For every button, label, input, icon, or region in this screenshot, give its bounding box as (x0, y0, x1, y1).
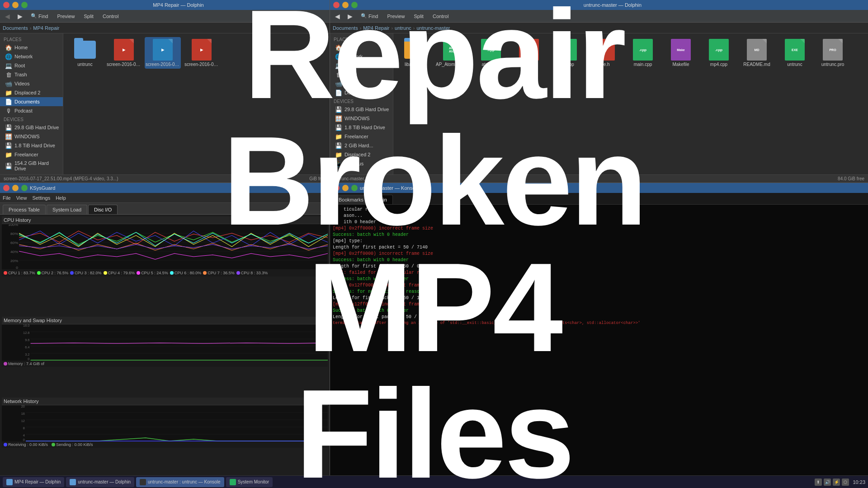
menu-help[interactable]: Help (56, 195, 66, 201)
close-btn-left[interactable] (3, 2, 9, 8)
file-item-mp4cpp[interactable]: .cpp mp4.cpp (701, 37, 737, 69)
dolphin-left-body: Places 🏠Home 🌐Network 💻Root 🗑Trash 📹Vide… (0, 33, 330, 174)
file-item-screen2[interactable]: ▶ screen-2016-07-17_22.51.00.mp4 (145, 37, 181, 69)
sidebar-item-hdd3-right[interactable]: 💾2 GiB Hard... (330, 141, 393, 150)
sidebar-item-documents-left[interactable]: 📄Documents (0, 97, 63, 106)
preview-btn-right[interactable]: Preview (384, 13, 407, 20)
sidebar-item-displaced2-left[interactable]: 📁Displaced 2 (0, 88, 63, 97)
file-item-untruncpro[interactable]: PRO untrunc.pro (815, 37, 851, 69)
taskbar-item-konsole[interactable]: untrunc-master : untrunc — Konsole (136, 477, 224, 487)
sidebar-item-videos-left[interactable]: 📹Videos (0, 79, 63, 88)
back-btn-left[interactable]: ◀ (3, 12, 12, 21)
preview-btn-left[interactable]: Preview (54, 13, 77, 20)
sidebar-item-hdd2-left[interactable]: 💾1.8 TiB Hard Drive (0, 141, 63, 150)
min-btn-left[interactable] (12, 2, 19, 8)
sidebar-item-hdd3-left[interactable]: 💾154.2 GiB Hard Drive (0, 159, 63, 173)
breadcrumb-mp4repair[interactable]: MP4 Repair (33, 25, 59, 31)
root-icon-left: 💻 (5, 62, 12, 69)
konsole-line-17: Success: batch with 0 header (333, 308, 865, 314)
file-item-maincpp[interactable]: .cpp main.cpp (625, 37, 661, 69)
sidebar-item-videos-right[interactable]: 📹Videos (330, 79, 393, 88)
close-btn-ksys[interactable] (3, 185, 9, 191)
tab-bookmarks[interactable]: Bookmarks (333, 195, 369, 204)
breadcrumb-mp4repair-r[interactable]: MP4 Repair (363, 25, 389, 31)
close-btn-right[interactable] (333, 2, 340, 8)
split-btn-left[interactable]: Split (81, 13, 96, 20)
file-item-screen3[interactable]: ▶ screen-2016-07-17_22.51.00_mp4_ (184, 37, 220, 69)
forward-btn-right[interactable]: ▶ (345, 12, 354, 21)
find-btn-right[interactable]: 🔍 Find (358, 12, 381, 20)
max-btn-right[interactable] (351, 2, 358, 8)
file-item-readme[interactable]: MD README.md (739, 37, 775, 69)
sidebar-item-hdd1-left[interactable]: 💾29.8 GiB Hard Drive (0, 123, 63, 132)
file-item-screen1[interactable]: ▶ screen-2016-07-17_21.49.47.mp4 (106, 37, 142, 69)
max-btn-ksys[interactable] (21, 185, 28, 191)
file-item-untrunc-exe[interactable]: EXE untrunc (777, 37, 813, 69)
volume-tray-icon[interactable]: 🔊 (824, 479, 831, 486)
tab-process-table[interactable]: Process Table (3, 205, 46, 214)
sidebar-item-documents-right[interactable]: 📄Documents (330, 88, 393, 97)
menu-file[interactable]: File (3, 195, 11, 201)
breadcrumb-untrunc-r[interactable]: untrunc (395, 25, 411, 31)
control-btn-left[interactable]: Control (100, 13, 121, 20)
sidebar-item-home-right[interactable]: 🏠Home (330, 43, 393, 52)
file-item-makefile[interactable]: Make Makefile (663, 37, 699, 69)
forward-btn-left[interactable]: ▶ (15, 12, 24, 21)
max-btn-left[interactable] (21, 2, 28, 8)
tab-system-load[interactable]: System Load (47, 205, 87, 214)
sidebar-item-displaced2-right[interactable]: 📁Displaced 2 (330, 150, 393, 159)
bluetooth-tray-icon[interactable]: ⬡ (842, 479, 849, 486)
menu-settings[interactable]: Settings (32, 195, 50, 201)
taskbar-item-dolphin-right[interactable]: untrunc-master — Dolphin (66, 477, 134, 487)
sidebar-item-hdd1-right[interactable]: 💾29.8 GiB Hard Drive (330, 105, 393, 114)
file-item-fileh[interactable]: .h file.h (587, 37, 623, 69)
min-btn-right[interactable] (342, 2, 349, 8)
taskbar-item-dolphin-left[interactable]: MP4 Repair — Dolphin (3, 477, 64, 487)
close-btn-konsole[interactable] (333, 185, 340, 191)
tab-main[interactable]: Main (370, 195, 393, 204)
podcast-icon-left: 🎙 (5, 108, 12, 114)
status-bar-left: screen-2016-07-17_22.51.00.mp4 (MPEG-4 v… (0, 174, 330, 183)
sidebar-left: Places 🏠Home 🌐Network 💻Root 🗑Trash 📹Vide… (0, 33, 63, 174)
sidebar-item-trash-right[interactable]: 🗑Trash (330, 70, 393, 79)
devices-label-left: Devices (0, 115, 63, 123)
file-item-untrunc[interactable]: untrunc (67, 37, 103, 69)
konsole-titlebar: untrunc-master — Konsole (330, 183, 868, 193)
battery-tray-icon[interactable]: ⚡ (833, 479, 840, 486)
control-btn-right[interactable]: Control (430, 13, 451, 20)
breadcrumb-documents[interactable]: Documents (3, 25, 28, 31)
sidebar-item-windows-left[interactable]: 🪟WINDOWS (0, 132, 63, 141)
sidebar-item-network-right[interactable]: 🌐Network (330, 52, 393, 61)
sidebar-item-trash-left[interactable]: 🗑Trash (0, 70, 63, 79)
find-btn-left[interactable]: 🔍 Find (28, 12, 51, 20)
sidebar-item-freelancer-right[interactable]: 📁Freelancer (330, 132, 393, 141)
sidebar-item-windows-right[interactable]: 🪟WINDOWS (330, 114, 393, 123)
max-btn-konsole[interactable] (351, 185, 358, 191)
sidebar-item-freelancer-left[interactable]: 📁Freelancer (0, 150, 63, 159)
file-item-atomh[interactable]: .h atom.h (511, 37, 547, 69)
sidebar-item-home-left[interactable]: 🏠Home (0, 43, 63, 52)
dolphin-left-titlebar: MP4 Repair — Dolphin (0, 0, 330, 10)
sidebar-item-oneplus-right[interactable]: 📱OnePlus (330, 159, 393, 168)
back-btn-right[interactable]: ◀ (333, 12, 342, 21)
sidebar-item-hdd2-right[interactable]: 💾1.8 TiB Hard Drive (330, 123, 393, 132)
konsole-icon (140, 479, 146, 485)
dolphin-right-title: untrunc-master — Dolphin (360, 2, 865, 8)
network-tray-icon[interactable]: ⬆ (815, 479, 822, 486)
sidebar-item-network-left[interactable]: 🌐Network (0, 52, 63, 61)
breadcrumb-documents-r[interactable]: Documents (333, 25, 358, 31)
min-btn-ksys[interactable] (12, 185, 19, 191)
breadcrumb-untrunc-master-r[interactable]: untrunc-master (416, 25, 450, 31)
sidebar-item-podcast-left[interactable]: 🎙Podcast (0, 106, 63, 115)
file-item-atomcpp[interactable]: .cpp atom.cpp (473, 37, 509, 69)
tab-disc-io[interactable]: Disc I/O (88, 205, 118, 214)
file-item-filecpp[interactable]: .cpp file.cpp (549, 37, 585, 69)
split-btn-right[interactable]: Split (411, 13, 426, 20)
file-item-libav[interactable]: libav-0.8.7 (397, 37, 433, 69)
sidebar-item-root-left[interactable]: 💻Root (0, 61, 63, 70)
sidebar-item-root-right[interactable]: 💻Root (330, 61, 393, 70)
taskbar-item-sysmon[interactable]: System Monitor (226, 477, 273, 487)
file-item-atomdefini[interactable]: AP_Atom AP_AtomDefini... (435, 37, 471, 69)
menu-view[interactable]: View (16, 195, 27, 201)
min-btn-konsole[interactable] (342, 185, 349, 191)
